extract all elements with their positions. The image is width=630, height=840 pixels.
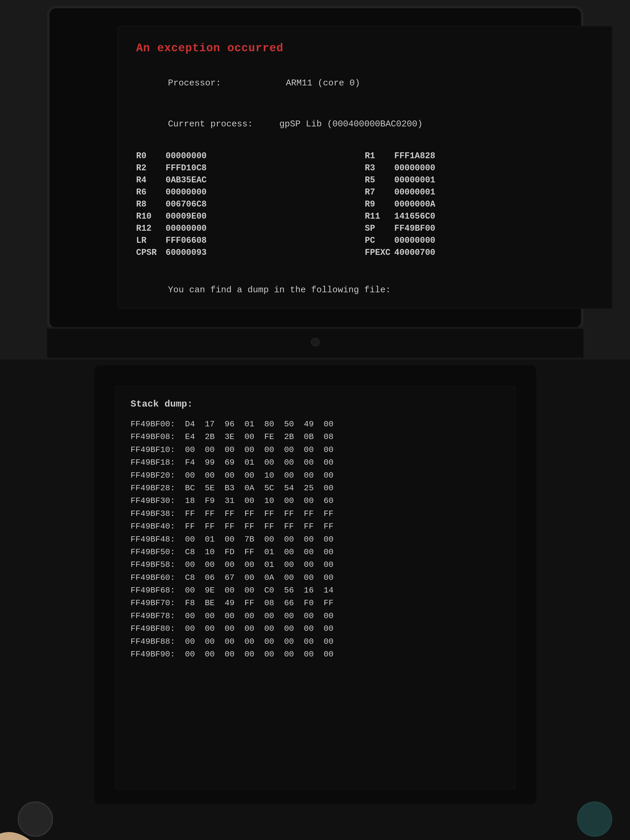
- process-line: Current process:gpSP Lib (000400000BAC02…: [136, 104, 594, 144]
- stack-hex: 00 9E 00 00 C0 56 16 14: [185, 586, 333, 595]
- reg-val: 006706C8: [166, 199, 224, 209]
- register-row-right: R11141656C0: [365, 212, 594, 221]
- processor-label: Processor:: [168, 78, 221, 88]
- stack-hex: 00 00 00 00 01 00 00 00: [185, 560, 333, 569]
- reg-name: R2: [136, 163, 166, 173]
- register-row-right: R300000000: [365, 163, 594, 173]
- reg-name: LR: [136, 236, 166, 245]
- reg-name: R5: [365, 175, 394, 185]
- stack-row: FF49BF30: 18 F9 31 00 10 00 00 60: [131, 494, 500, 507]
- reg-name: R9: [365, 199, 394, 209]
- registers-grid: R000000000R1FFF1A828R2FFFD10C8R300000000…: [136, 151, 594, 260]
- register-row-left: LRFFF06608: [136, 236, 365, 245]
- reg-val: 00000001: [394, 187, 453, 197]
- stack-addr: FF49BF20:: [131, 471, 175, 480]
- hinge: [47, 327, 583, 360]
- reg-val: 00000000: [166, 151, 224, 161]
- stack-hex: 00 00 00 00 00 00 00 00: [185, 445, 333, 454]
- reg-name: SP: [365, 224, 394, 233]
- stack-addr: FF49BF30:: [131, 496, 175, 505]
- stack-hex: D4 17 96 01 80 50 49 00: [185, 420, 333, 429]
- reg-val: 00000000: [394, 236, 453, 245]
- reg-name: PC: [365, 236, 394, 245]
- register-row-right: PC00000000: [365, 236, 594, 245]
- stack-row: FF49BF68: 00 9E 00 00 C0 56 16 14: [131, 584, 500, 597]
- stack-row: FF49BF60: C8 06 67 00 0A 00 00 00: [131, 571, 500, 584]
- reg-name: R8: [136, 199, 166, 209]
- stack-dump-rows: FF49BF00: D4 17 96 01 80 50 49 00FF49BF0…: [131, 418, 500, 660]
- camera-dot: [311, 338, 320, 346]
- stack-addr: FF49BF18:: [131, 458, 175, 467]
- left-analog-stick[interactable]: [18, 801, 53, 837]
- register-row-right: R90000000A: [365, 199, 594, 209]
- reg-val: FFF1A828: [394, 151, 453, 161]
- stack-addr: FF49BF38:: [131, 509, 175, 518]
- stack-row: FF49BF28: BC 5E B3 0A 5C 54 25 00: [131, 482, 500, 494]
- stack-row: FF49BF90: 00 00 00 00 00 00 00 00: [131, 648, 500, 660]
- reg-val: 0AB35EAC: [166, 175, 224, 185]
- process-value: gpSP Lib (000400000BAC0200): [279, 119, 423, 129]
- register-row-left: R1200000000: [136, 224, 365, 233]
- stack-hex: F4 99 69 01 00 00 00 00: [185, 458, 333, 467]
- stack-addr: FF49BF08:: [131, 432, 175, 441]
- reg-name: R12: [136, 224, 166, 233]
- reg-name: R4: [136, 175, 166, 185]
- reg-val: 141656C0: [394, 212, 453, 221]
- stack-addr: FF49BF00:: [131, 420, 175, 429]
- error-title: An exception occurred: [136, 42, 594, 55]
- top-screen: An exception occurred Processor:ARM11 (c…: [117, 26, 612, 309]
- stack-addr: FF49BF28:: [131, 483, 175, 493]
- stack-addr: FF49BF90:: [131, 650, 175, 659]
- register-row-right: FPEXC40000700: [365, 248, 594, 257]
- reg-val: 40000700: [394, 248, 453, 257]
- stack-addr: FF49BF60:: [131, 573, 175, 582]
- stack-addr: FF49BF70:: [131, 598, 175, 608]
- stack-hex: C8 06 67 00 0A 00 00 00: [185, 573, 333, 582]
- top-bezel: An exception occurred Processor:ARM11 (c…: [47, 6, 583, 330]
- stack-title: Stack dump:: [131, 399, 500, 409]
- stack-row: FF49BF38: FF FF FF FF FF FF FF FF: [131, 507, 500, 520]
- stack-row: FF49BF10: 00 00 00 00 00 00 00 00: [131, 444, 500, 456]
- stack-addr: FF49BF80:: [131, 624, 175, 633]
- reg-name: R11: [365, 212, 394, 221]
- reg-val: FFF06608: [166, 236, 224, 245]
- stack-hex: 18 F9 31 00 10 00 00 60: [185, 496, 333, 505]
- register-row-left: R000000000: [136, 151, 365, 161]
- stack-row: FF49BF78: 00 00 00 00 00 00 00 00: [131, 609, 500, 622]
- processor-value: ARM11 (core 0): [286, 78, 360, 88]
- reg-name: CPSR: [136, 248, 166, 257]
- stack-row: FF49BF50: C8 10 FD FF 01 00 00 00: [131, 546, 500, 558]
- reg-name: R6: [136, 187, 166, 197]
- stack-row: FF49BF58: 00 00 00 00 01 00 00 00: [131, 558, 500, 571]
- register-row-left: CPSR60000093: [136, 248, 365, 257]
- register-row-right: R1FFF1A828: [365, 151, 594, 161]
- stack-hex: FF FF FF FF FF FF FF FF: [185, 522, 333, 531]
- stack-hex: E4 2B 3E 00 FE 2B 0B 08: [185, 432, 333, 441]
- register-row-left: R600000000: [136, 187, 365, 197]
- reg-val: 00009E00: [166, 212, 224, 221]
- stack-addr: FF49BF58:: [131, 560, 175, 569]
- stack-row: FF49BF18: F4 99 69 01 00 00 00 00: [131, 456, 500, 469]
- stack-hex: 00 00 00 00 10 00 00 00: [185, 471, 333, 480]
- reg-val: FFFD10C8: [166, 163, 224, 173]
- stack-row: FF49BF08: E4 2B 3E 00 FE 2B 0B 08: [131, 431, 500, 443]
- register-row-left: R1000009E00: [136, 212, 365, 221]
- reg-val: 00000001: [394, 175, 453, 185]
- reg-name: R3: [365, 163, 394, 173]
- stack-addr: FF49BF68:: [131, 586, 175, 595]
- right-analog-stick[interactable]: [577, 801, 612, 837]
- stack-addr: FF49BF40:: [131, 522, 175, 531]
- reg-val: 00000000: [166, 187, 224, 197]
- reg-val: FF49BF00: [394, 224, 453, 233]
- stack-hex: C8 10 FD FF 01 00 00 00: [185, 548, 333, 557]
- stack-hex: FF FF FF FF FF FF FF FF: [185, 509, 333, 518]
- processor-line: Processor:ARM11 (core 0): [136, 63, 594, 103]
- stack-row: FF49BF00: D4 17 96 01 80 50 49 00: [131, 418, 500, 431]
- stack-addr: FF49BF88:: [131, 637, 175, 646]
- stack-addr: FF49BF10:: [131, 445, 175, 454]
- stack-hex: 00 00 00 00 00 00 00 00: [185, 611, 333, 621]
- stack-row: FF49BF20: 00 00 00 00 10 00 00 00: [131, 469, 500, 482]
- register-row-left: R2FFFD10C8: [136, 163, 365, 173]
- reg-name: R0: [136, 151, 166, 161]
- stack-hex: 00 01 00 7B 00 00 00 00: [185, 535, 333, 544]
